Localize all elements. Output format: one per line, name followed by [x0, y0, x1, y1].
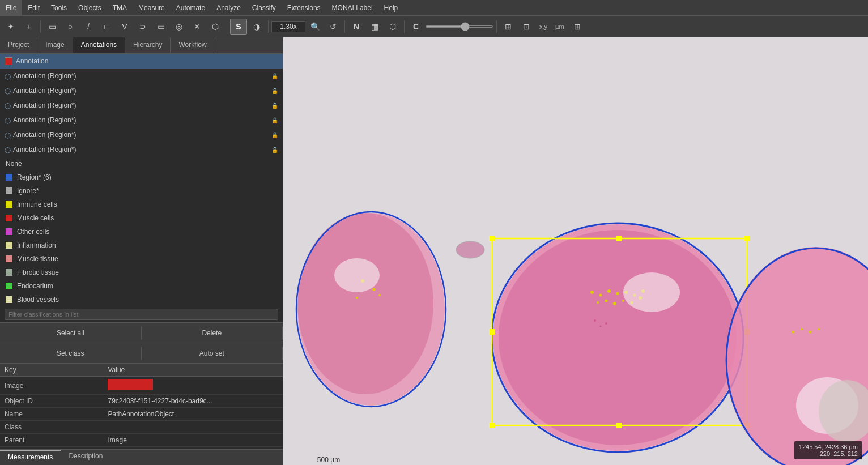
class-item-blood[interactable]: Blood vessels	[0, 293, 283, 306]
delete-button[interactable]: Delete	[142, 323, 283, 343]
select-all-button[interactable]: Select all	[0, 323, 141, 343]
action-sep-2	[282, 327, 283, 339]
zoom-button[interactable]: 🔍	[307, 19, 324, 35]
class-label-inflammation: Inflammation	[17, 241, 56, 249]
tool-polyline[interactable]: V	[116, 19, 133, 35]
class-item-endocarium[interactable]: Endocarium	[0, 279, 283, 293]
auto-set-button[interactable]: Auto set	[142, 343, 283, 363]
tool-freehand[interactable]: ⊃	[134, 19, 151, 35]
annotation-item-3[interactable]: ◯ Annotation (Region*) 🔒	[0, 98, 283, 113]
bottom-tab-description[interactable]: Description	[61, 450, 110, 465]
lock-icon-3: 🔒	[271, 103, 278, 109]
class-item-immune[interactable]: Immune cells	[0, 198, 283, 211]
slide-view[interactable]: 500 µm	[283, 37, 868, 465]
tool-grid2[interactable]: ⊞	[569, 19, 586, 35]
class-item-muscle-tissue[interactable]: Muscle tissue	[0, 252, 283, 266]
annotation-item-2[interactable]: ◯ Annotation (Region*) 🔒	[0, 83, 283, 98]
menu-monai[interactable]: MONAI Label	[326, 0, 378, 15]
class-item-fibrotic[interactable]: Fibrotic tissue	[0, 266, 283, 279]
svg-point-18	[499, 230, 737, 445]
tool-rect2[interactable]: ▭	[152, 19, 169, 35]
tool-n[interactable]: N	[348, 19, 365, 35]
class-item-none[interactable]: None	[0, 157, 283, 170]
class-item-ignore[interactable]: Ignore*	[0, 184, 283, 198]
tool-polygon[interactable]: ⊏	[98, 19, 115, 35]
lock-icon-6: 🔒	[271, 147, 278, 153]
menu-file[interactable]: File	[0, 0, 22, 15]
menu-edit[interactable]: Edit	[22, 0, 45, 15]
annotation-item-5[interactable]: ◯ Annotation (Region*) 🔒	[0, 127, 283, 142]
tool-s[interactable]: S	[230, 19, 247, 35]
tool-crop[interactable]: ⊡	[518, 19, 535, 35]
tool-ellipse[interactable]: ○	[62, 19, 79, 35]
handle-ml[interactable]	[489, 329, 495, 335]
handle-tr[interactable]	[744, 236, 750, 241]
class-label-blood: Blood vessels	[17, 296, 59, 304]
prop-key-parent: Parent	[0, 434, 103, 447]
menu-tma[interactable]: TMA	[107, 0, 133, 15]
tool-hex2[interactable]: ⬡	[384, 19, 401, 35]
handle-bl[interactable]	[489, 423, 495, 428]
tool-line[interactable]: /	[80, 19, 97, 35]
svg-point-41	[809, 331, 812, 334]
class-item-region[interactable]: Region* (6)	[0, 170, 283, 184]
toolbar-separator-6	[496, 20, 497, 33]
annotation-item-4[interactable]: ◯ Annotation (Region*) 🔒	[0, 113, 283, 127]
tab-annotations[interactable]: Annotations	[73, 37, 125, 53]
tool-move[interactable]: +	[20, 19, 37, 35]
main-viewport[interactable]: 500 µm 1245.54, 2428.36 µm 220, 215, 212	[283, 37, 868, 465]
tool-c[interactable]: C	[407, 19, 424, 35]
prop-value-parent: Image	[103, 434, 283, 447]
handle-tl[interactable]	[489, 236, 495, 241]
annotation-item-1[interactable]: ◯ Annotation (Region*) 🔒	[0, 69, 283, 83]
class-filter-input[interactable]	[5, 309, 278, 320]
annotation-item-6[interactable]: ◯ Annotation (Region*) 🔒	[0, 142, 283, 157]
menu-analyze[interactable]: Analyze	[211, 0, 246, 15]
svg-point-20	[590, 291, 594, 294]
svg-point-42	[818, 328, 820, 330]
tab-image[interactable]: Image	[37, 37, 73, 53]
class-dot-ignore	[6, 187, 12, 194]
svg-point-39	[792, 331, 795, 334]
tool-pointer[interactable]: ✦	[2, 19, 19, 35]
tool-grid[interactable]: ▦	[366, 19, 383, 35]
tool-contrast[interactable]: ◑	[248, 19, 265, 35]
svg-point-12	[356, 297, 358, 299]
annotation-item-0[interactable]: Annotation	[0, 54, 283, 69]
svg-point-35	[600, 326, 602, 327]
tissue-small	[456, 241, 484, 258]
tool-rectangle[interactable]: ▭	[44, 19, 61, 35]
class-item-other-cells[interactable]: Other cells	[0, 225, 283, 238]
menu-extensions[interactable]: Extensions	[282, 0, 326, 15]
prop-row-class: Class	[0, 421, 283, 434]
class-label-muscle-tissue: Muscle tissue	[17, 255, 58, 263]
menu-measure[interactable]: Measure	[133, 0, 171, 15]
tool-hex[interactable]: ⬡	[207, 19, 224, 35]
annotation-icon-2: ◯	[5, 88, 11, 94]
tool-cross[interactable]: ✕	[189, 19, 206, 35]
menubar: File Edit Tools Objects TMA Measure Auto…	[0, 0, 868, 16]
menu-classify[interactable]: Classify	[246, 0, 282, 15]
menu-tools[interactable]: Tools	[45, 0, 73, 15]
menu-automate[interactable]: Automate	[171, 0, 211, 15]
tab-workflow[interactable]: Workflow	[171, 37, 215, 53]
class-sep-2	[282, 347, 283, 360]
tab-hierarchy[interactable]: Hierarchy	[125, 37, 171, 53]
svg-point-21	[599, 294, 602, 297]
bottom-tab-measurements[interactable]: Measurements	[0, 450, 61, 465]
handle-bm[interactable]	[616, 423, 622, 428]
class-dot-inflammation	[6, 242, 12, 249]
handle-tm[interactable]	[616, 236, 622, 241]
set-class-button[interactable]: Set class	[0, 343, 141, 363]
reset-view[interactable]: ↺	[325, 19, 342, 35]
prop-row-name: Name PathAnnotationObject	[0, 408, 283, 421]
menu-objects[interactable]: Objects	[73, 0, 107, 15]
menu-help[interactable]: Help	[378, 0, 404, 15]
class-item-inflammation[interactable]: Inflammation	[0, 238, 283, 252]
tab-project[interactable]: Project	[0, 37, 37, 53]
tool-circle[interactable]: ◎	[171, 19, 188, 35]
annotation-icon-4: ◯	[5, 117, 11, 123]
class-item-muscle-cells[interactable]: Muscle cells	[0, 211, 283, 225]
brightness-slider[interactable]	[426, 25, 493, 28]
tool-table[interactable]: ⊞	[500, 19, 517, 35]
